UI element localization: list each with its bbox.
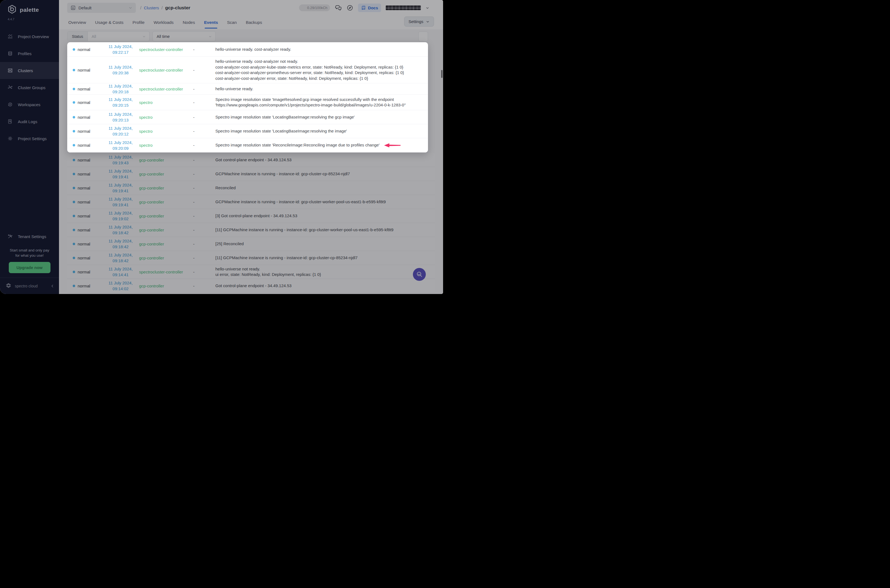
settings-label: Settings [408, 19, 423, 24]
event-row[interactable]: normal11 July 2024,09:22:17spectrocluste… [67, 42, 428, 57]
event-message: [3] Got control-plane endpoint - 34.49.1… [211, 213, 435, 219]
status-filter[interactable]: Status All [67, 31, 150, 41]
tab-usage-costs[interactable]: Usage & Costs [95, 20, 123, 25]
tab-backups[interactable]: Backups [246, 20, 262, 25]
sidebar-item-cluster-groups[interactable]: Cluster Groups [0, 79, 59, 96]
status-label: normal [78, 270, 90, 274]
tab-scan[interactable]: Scan [227, 20, 237, 25]
docs-button[interactable]: Docs [358, 4, 381, 12]
time-range-filter[interactable]: All time [153, 31, 216, 41]
tab-events[interactable]: Events [204, 20, 218, 25]
tab-workloads[interactable]: Workloads [154, 20, 174, 25]
event-timestamp: 11 July 2024,09:20:15 [102, 96, 139, 108]
status-dot [73, 229, 75, 231]
server-icon [8, 68, 13, 73]
event-timestamp: 11 July 2024,09:19:02 [102, 210, 139, 222]
event-row[interactable]: normal11 July 2024,09:20:38spectrocluste… [67, 57, 428, 83]
status-label: normal [78, 214, 90, 218]
sidebar-footer: spectro cloud [0, 278, 59, 294]
status-label: normal [78, 100, 90, 105]
tabs-list: OverviewUsage & CostsProfileWorkloadsNod… [68, 20, 262, 25]
event-row[interactable]: normal11 July 2024,09:20:13spectro-Spect… [67, 110, 428, 124]
event-message: [11] GCPMachine instance is running - in… [211, 255, 435, 261]
event-row[interactable]: normal11 July 2024,09:19:43gcp-controlle… [67, 153, 435, 167]
event-row[interactable]: normal11 July 2024,09:19:41gcp-controlle… [67, 195, 435, 209]
event-row[interactable]: normal11 July 2024,09:19:41gcp-controlle… [67, 181, 435, 195]
event-timestamp: 11 July 2024,09:20:13 [102, 111, 139, 123]
status-label: normal [78, 115, 90, 120]
sidebar-item-profiles[interactable]: Profiles [0, 45, 59, 62]
tab-profile[interactable]: Profile [132, 20, 145, 25]
filter-action-button[interactable] [419, 32, 428, 41]
event-timestamp: 11 July 2024,09:19:43 [102, 154, 139, 166]
event-row[interactable]: normal11 July 2024,09:14:02gcp-controlle… [67, 279, 435, 293]
upgrade-now-button[interactable]: Upgrade now [9, 262, 51, 273]
event-message: hello-universe ready. [211, 86, 428, 92]
status-dot [73, 101, 75, 104]
event-row[interactable]: normal11 July 2024,09:18:42gcp-controlle… [67, 237, 435, 251]
status-label: normal [78, 256, 90, 260]
chat-icon[interactable] [335, 4, 342, 12]
sidebar-item-label: Clusters [18, 68, 33, 73]
message-line: ui error, state: NotReady, kind: Deploym… [215, 272, 429, 278]
message-line: Spectro image resolution state 'Locating… [215, 128, 423, 134]
event-timestamp: 11 July 2024,09:14:41 [102, 266, 139, 278]
sidebar-item-project-overview[interactable]: Project Overview [0, 28, 59, 45]
scrollbar-thumb[interactable] [441, 70, 443, 78]
involved-object: - [190, 172, 211, 176]
audit-icon [8, 119, 13, 124]
event-timestamp: 11 July 2024,09:20:18 [102, 83, 139, 94]
event-row[interactable]: normal11 July 2024,09:18:42gcp-controlle… [67, 251, 435, 265]
settings-button[interactable]: Settings [404, 16, 434, 27]
event-row[interactable]: normal11 July 2024,09:20:12spectro-Spect… [67, 124, 428, 138]
status-dot [73, 257, 75, 259]
event-row[interactable]: normal11 July 2024,09:20:09spectro-Spect… [67, 138, 428, 153]
status-dot [73, 144, 75, 147]
tab-nodes[interactable]: Nodes [183, 20, 195, 25]
involved-object: - [190, 129, 211, 134]
help-widget-button[interactable] [413, 268, 426, 281]
event-timestamp: 11 July 2024,09:18:42 [102, 252, 139, 264]
involved-object: - [190, 100, 211, 105]
message-line: cost-analyzer-cost-analyzer-prometheus-s… [215, 70, 423, 76]
event-row[interactable] [67, 293, 435, 294]
sidebar-item-clusters[interactable]: Clusters [0, 62, 59, 79]
event-message: Spectro image resolution state 'Locating… [211, 128, 428, 134]
message-line: hello-universe ready. [215, 86, 423, 92]
event-row[interactable]: normal11 July 2024,09:19:02gcp-controlle… [67, 209, 435, 223]
event-source: spectrocluster-controller [139, 68, 190, 72]
app-version: 4.4.7 [0, 15, 59, 21]
event-row[interactable]: normal11 July 2024,09:14:41spectrocluste… [67, 265, 435, 279]
breadcrumb-separator: / [140, 6, 141, 10]
event-source: spectro [139, 115, 190, 120]
event-message: hello-universe ready. cost-analyzer read… [211, 46, 428, 52]
event-row[interactable]: normal11 July 2024,09:20:18spectrocluste… [67, 83, 428, 94]
event-source: gcp-controller [139, 242, 190, 246]
event-row[interactable]: normal11 July 2024,09:19:41gcp-controlle… [67, 167, 435, 181]
project-selector[interactable]: Default [67, 3, 136, 13]
breadcrumb-clusters-link[interactable]: Clusters [144, 6, 159, 10]
status-dot [73, 116, 75, 118]
sidebar-item-tenant-settings[interactable]: Tenant Settings [0, 228, 59, 244]
event-source: gcp-controller [139, 284, 190, 288]
brand-name: palette [20, 7, 39, 13]
message-line: cost-analyzer-cost-analyzer error, state… [215, 76, 423, 81]
event-source: gcp-controller [139, 200, 190, 204]
event-row[interactable]: normal11 July 2024,09:18:42gcp-controlle… [67, 223, 435, 237]
chevron-down-icon[interactable] [426, 6, 429, 10]
event-row[interactable]: normal11 July 2024,09:20:15spectro-Spect… [67, 94, 428, 110]
compass-icon[interactable] [347, 4, 353, 11]
user-name-redacted [386, 6, 421, 10]
event-timestamp: 11 July 2024,09:14:02 [102, 280, 139, 291]
message-line: Got control-plane endpoint - 34.49.124.5… [215, 283, 429, 289]
message-line: [11] GCPMachine instance is running - in… [215, 255, 429, 261]
status-label: normal [78, 47, 90, 52]
sidebar-item-audit-logs[interactable]: Audit Logs [0, 113, 59, 130]
chevron-left-icon[interactable] [50, 284, 55, 288]
tab-overview[interactable]: Overview [68, 20, 86, 25]
sidebar-item-project-settings[interactable]: Project Settings [0, 130, 59, 147]
sidebar-item-workspaces[interactable]: Workspaces [0, 96, 59, 113]
tools-icon [8, 234, 13, 239]
event-source: gcp-controller [139, 186, 190, 190]
sidebar-menu: Project OverviewProfilesClustersCluster … [0, 28, 59, 147]
